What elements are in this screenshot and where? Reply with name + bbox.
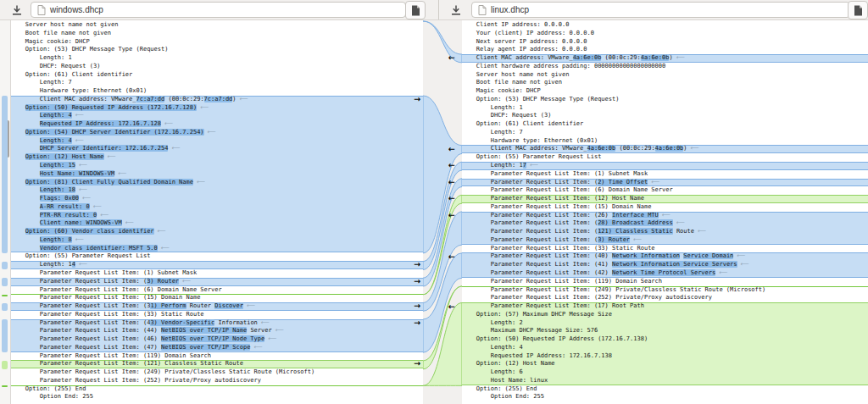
overview-map[interactable]: [0, 19, 11, 404]
code-line: Length: 8⟵: [11, 236, 423, 245]
code-line: Length: 18⟵: [11, 186, 423, 195]
apply-change-right-arrow[interactable]: →: [414, 302, 420, 310]
right-format-button[interactable]: [848, 1, 868, 19]
code-line: Parameter Request List Item: (33) Static…: [11, 311, 423, 319]
left-code-lines: Server host name not given Boot file nam…: [11, 21, 423, 401]
apply-change-left-arrow[interactable]: ←: [448, 194, 455, 202]
code-line: Flags: 0x00⟵: [11, 195, 423, 203]
code-line: Parameter Request List Item: (15) Domain…: [11, 294, 423, 302]
code-line: Boot file name not given: [11, 30, 423, 38]
code-line: Parameter Request List Item: (249) Priva…: [11, 368, 423, 377]
map-change-mark: [2, 319, 8, 352]
apply-change-left-arrow[interactable]: ←: [448, 211, 455, 219]
diff-connectors: [423, 19, 462, 404]
code-line: Parameter Request List Item: (33) Static…: [462, 245, 868, 253]
code-line: Parameter Request List Item: (121) Class…: [11, 360, 423, 368]
code-line: Parameter Request List Item: (6) Domain …: [11, 286, 423, 295]
code-line: Next server IP address: 0.0.0.0: [462, 38, 868, 47]
diff-connector-ribbon: [423, 21, 462, 63]
left-format-button[interactable]: [405, 1, 426, 19]
file-icon: [478, 5, 487, 15]
code-line: DHCP Server Identifier: 172.16.7.254⟵: [11, 145, 423, 153]
code-line: Length: 14⟵→: [11, 261, 423, 269]
code-line: Option: (53) DHCP Message Type (Request): [462, 96, 868, 104]
apply-change-right-arrow[interactable]: →: [414, 318, 420, 327]
code-line: Parameter Request List Item: (119) Domai…: [11, 352, 423, 361]
code-line: Parameter Request List Item: (119) Domai…: [462, 278, 868, 286]
code-line: Length: 6: [462, 368, 868, 377]
code-line: Magic cookie: DHCP: [462, 87, 868, 96]
code-line: DHCP: Request (3): [11, 63, 423, 71]
code-line: Parameter Request List Item: (252) Priva…: [462, 294, 868, 302]
code-line: Parameter Request List Item: (15) Domain…: [462, 203, 868, 212]
code-line: Hardware type: Ethernet (0x01): [462, 137, 868, 146]
code-line: Client hardware address padding: 0000000…: [462, 63, 868, 71]
code-line: Length: 4⟵: [11, 137, 423, 146]
code-line: Requested IP Address: 172.16.7.138: [462, 352, 868, 361]
code-line: Option: (50) Requested IP Address (172.1…: [11, 104, 423, 113]
map-change-mark: [2, 262, 8, 270]
code-line: Option End: 255: [11, 393, 423, 401]
code-line: DHCP: Request (3): [462, 112, 868, 120]
apply-change-left-arrow[interactable]: ←: [448, 53, 455, 62]
code-line: Length: 1: [462, 104, 868, 113]
code-line: Host Name: WINDOWS-VM⟵: [11, 170, 423, 179]
code-line: Length: 4: [462, 344, 868, 352]
code-line: Parameter Request List Item: (47) NetBIO…: [11, 344, 423, 352]
code-line: PTR-RR result: 0⟵: [11, 212, 423, 220]
code-line: Option: (60) Vendor class identifier⟵: [11, 228, 423, 236]
map-change-mark: [2, 278, 8, 286]
code-line: Client name: WINDOWS-VM⟵: [11, 219, 423, 228]
code-line: Parameter Request List Item: (26) Interf…: [462, 212, 868, 220]
apply-change-left-arrow[interactable]: ←: [448, 178, 455, 186]
code-line: Parameter Request List Item: (46) NetBIO…: [11, 335, 423, 344]
code-line: Parameter Request List Item: (1) Subnet …: [462, 170, 868, 179]
page-icon: [853, 5, 863, 16]
apply-change-right-arrow[interactable]: →: [414, 260, 420, 268]
code-line: Parameter Request List Item: (43) Vendor…: [11, 319, 423, 328]
apply-change-left-arrow[interactable]: ←: [448, 145, 455, 153]
code-line: Client MAC address: VMware_4a:6e:0b (00:…: [462, 145, 868, 153]
code-line: Parameter Request List Item: (44) NetBIO…: [11, 327, 423, 335]
save-left-button[interactable]: [8, 2, 25, 18]
code-line: Length: 17⟵: [462, 162, 868, 170]
apply-change-right-arrow[interactable]: →: [414, 277, 420, 285]
header-separator: [438, 0, 439, 19]
code-line: Parameter Request List Item: (17) Root P…: [462, 302, 868, 311]
apply-change-left-arrow[interactable]: ←: [448, 252, 455, 261]
code-line: Length: 1: [11, 54, 423, 63]
map-change-mark: [2, 96, 8, 253]
code-line: Client MAC address: VMware_4a:6e:0b (00:…: [462, 54, 868, 63]
code-line: Parameter Request List Item: (40) Networ…: [462, 252, 868, 261]
file-icon: [37, 5, 46, 15]
code-line: Vendor class identifier: MSFT 5.0⟵: [11, 245, 423, 253]
right-file-entry[interactable]: linux.dhcp: [471, 2, 850, 18]
map-change-mark: [2, 303, 8, 312]
meld-diff-window: { "header": { "left": { "filename": "win…: [0, 0, 868, 404]
code-line: Option End: 255: [462, 393, 868, 401]
left-file-entry[interactable]: windows.dhcp: [31, 2, 406, 18]
page-icon: [410, 5, 420, 16]
code-line: Parameter Request List Item: (249) Priva…: [462, 286, 868, 295]
right-diff-pane: Client IP address: 0.0.0.0 Your (client)…: [462, 19, 868, 404]
code-line: Option: (53) DHCP Message Type (Request): [11, 46, 423, 54]
map-insert-mark: [2, 361, 8, 369]
save-right-button[interactable]: [448, 2, 465, 18]
apply-change-right-arrow[interactable]: →: [414, 359, 420, 368]
code-line: Option: (61) Client identifier: [462, 120, 868, 129]
save-download-icon: [11, 4, 23, 16]
apply-change-right-arrow[interactable]: →: [414, 95, 420, 103]
code-line: Length: 4⟵: [11, 112, 423, 120]
code-line: Hardware type: Ethernet (0x01): [11, 87, 423, 96]
code-line: Option: (55) Parameter Request List: [11, 252, 423, 261]
code-line: Option: (61) Client identifier: [11, 71, 423, 80]
code-line: Client MAC address: VMware_7c:a7:dd (00:…: [11, 96, 423, 104]
code-line: Option: (255) End: [462, 385, 868, 394]
code-line: Length: 7: [11, 79, 423, 87]
code-line: Parameter Request List Item: (2) Time Of…: [462, 179, 868, 187]
code-line: Client IP address: 0.0.0.0: [462, 21, 868, 30]
code-line: Server host name not given: [462, 71, 868, 80]
apply-change-left-arrow[interactable]: ←: [448, 302, 455, 311]
apply-change-left-arrow[interactable]: ←: [448, 161, 455, 169]
map-insert-mark: [2, 385, 8, 387]
